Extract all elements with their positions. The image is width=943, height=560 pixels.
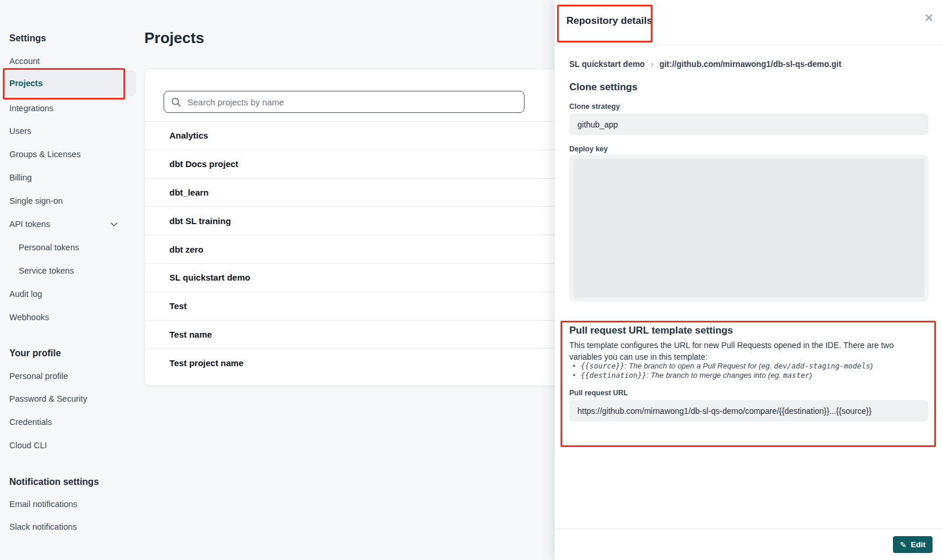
sidebar-heading-notification-settings: Notification settings (0, 473, 140, 491)
pencil-icon: ✎ (900, 540, 907, 550)
search-input[interactable] (186, 97, 503, 108)
sidebar-item-email-notifications[interactable]: Email notifications (0, 495, 140, 513)
sidebar-heading-your-profile: Your profile (0, 345, 140, 362)
deploy-key-value-redacted (573, 159, 924, 297)
deploy-key-label: Deploy key (569, 145, 608, 153)
sidebar-item-users[interactable]: Users (0, 122, 140, 140)
sidebar-item-credentials[interactable]: Credentials (0, 413, 140, 431)
breadcrumb-repo-url: git://github.com/mirnawong1/db-sl-qs-dem… (660, 59, 842, 69)
drawer-title: Repository details (566, 15, 652, 27)
sidebar-item-personal-tokens[interactable]: Personal tokens (0, 239, 140, 256)
sidebar-item-cloud-cli[interactable]: Cloud CLI (0, 437, 140, 454)
sidebar-item-integrations[interactable]: Integrations (0, 100, 140, 117)
pull-request-url-field: https://github.com/mirnawong1/db-sl-qs-d… (569, 400, 928, 421)
pr-variable-destination: {{destination}}: The branch to merge cha… (569, 371, 924, 380)
clone-strategy-field: github_app (569, 114, 928, 135)
pr-template-description: This template configures the URL for new… (569, 340, 919, 363)
chevron-down-icon[interactable] (109, 215, 119, 233)
sidebar-item-webhooks[interactable]: Webhooks (0, 309, 140, 326)
sidebar-item-api-tokens-label: API tokens (9, 219, 50, 229)
sidebar-item-account[interactable]: Account (0, 52, 140, 70)
pr-variable-destination-code: {{destination}} (581, 371, 647, 380)
pr-variable-destination-desc: : The branch to merge changes into (eg. (646, 371, 783, 380)
edit-button-label: Edit (911, 540, 926, 549)
close-icon[interactable]: ✕ (924, 12, 934, 24)
breadcrumb-project-name: SL quickstart demo (569, 59, 645, 69)
sidebar-item-projects-label: Projects (9, 79, 42, 88)
sidebar-item-projects[interactable]: Projects (2, 70, 136, 96)
repository-details-drawer: Repository details ✕ SL quickstart demo … (555, 0, 943, 560)
sidebar-item-service-tokens[interactable]: Service tokens (0, 262, 140, 279)
drawer-footer: ✎ Edit (555, 529, 943, 560)
settings-sidebar: Settings Account Projects Integrations U… (0, 0, 140, 560)
sidebar-item-slack-notifications[interactable]: Slack notifications (0, 518, 140, 536)
pr-variable-source: {{source}}: The branch to open a Pull Re… (569, 361, 924, 371)
pr-variable-destination-example: master (783, 371, 809, 380)
pr-template-variables: {{source}}: The branch to open a Pull Re… (569, 361, 924, 380)
sidebar-item-billing[interactable]: Billing (0, 169, 140, 186)
search-icon (171, 97, 181, 107)
sidebar-item-single-sign-on[interactable]: Single sign-on (0, 192, 140, 210)
pull-request-url-value: https://github.com/mirnawong1/db-sl-qs-d… (577, 406, 871, 416)
sidebar-item-personal-profile[interactable]: Personal profile (0, 367, 140, 385)
drawer-header-divider (555, 45, 943, 45)
pr-variable-source-close: ) (870, 361, 873, 370)
deploy-key-field (569, 155, 928, 302)
sidebar-item-password-security[interactable]: Password & Security (0, 390, 140, 407)
breadcrumb: SL quickstart demo › git://github.com/mi… (569, 59, 841, 69)
sidebar-item-groups-licenses[interactable]: Groups & Licenses (0, 146, 140, 163)
pr-variable-source-example: dev/add-staging-models (774, 361, 870, 370)
pr-variable-source-code: {{source}} (581, 361, 625, 370)
clone-strategy-value: github_app (577, 120, 618, 129)
sidebar-item-api-tokens[interactable]: API tokens (0, 215, 140, 233)
pr-template-heading: Pull request URL template settings (569, 325, 733, 336)
pr-variable-source-desc: : The branch to open a Pull Request for … (625, 361, 774, 370)
clone-strategy-label: Clone strategy (569, 102, 620, 111)
sidebar-item-audit-log[interactable]: Audit log (0, 285, 140, 303)
breadcrumb-separator-icon: › (651, 59, 654, 69)
edit-button[interactable]: ✎ Edit (893, 536, 933, 553)
clone-settings-heading: Clone settings (569, 81, 637, 93)
pull-request-url-label: Pull request URL (569, 389, 628, 397)
app-root: Settings Account Projects Integrations U… (0, 0, 943, 560)
project-search-box (164, 91, 524, 113)
sidebar-heading-settings: Settings (0, 30, 140, 47)
pr-variable-destination-close: ) (809, 371, 811, 380)
page-title: Projects (144, 29, 204, 47)
